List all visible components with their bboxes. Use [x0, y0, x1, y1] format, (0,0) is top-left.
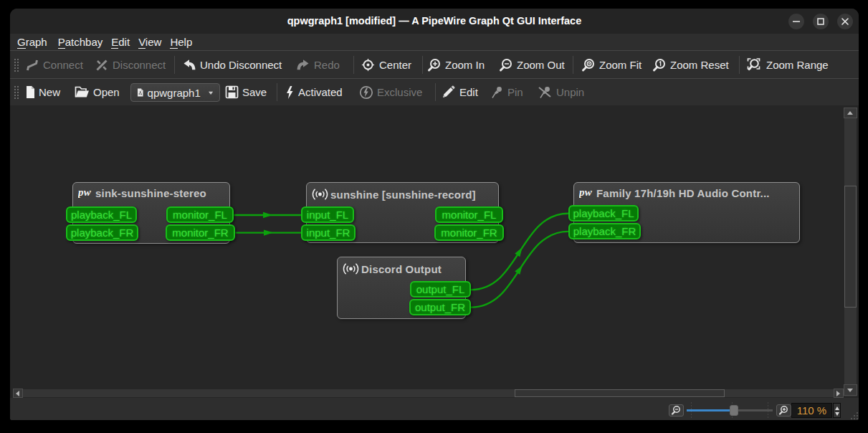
- svg-text:pw: pw: [579, 188, 593, 198]
- svg-text:pw: pw: [78, 188, 92, 198]
